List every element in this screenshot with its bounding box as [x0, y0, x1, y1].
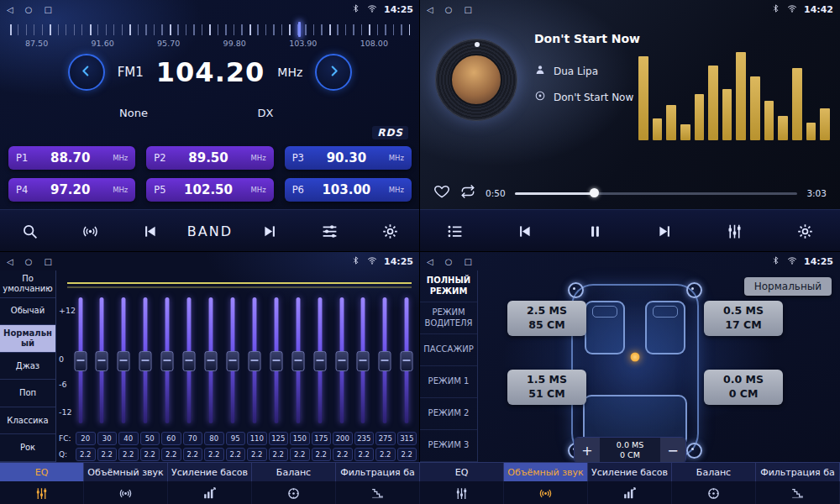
broadcast-scan-button[interactable]	[60, 210, 119, 252]
tab-balance[interactable]: Баланс	[672, 463, 756, 481]
frequency-pointer[interactable]	[298, 22, 301, 37]
previous-station-button[interactable]	[120, 210, 180, 252]
nav-recents-icon[interactable]: □	[464, 257, 471, 266]
eq-band-slider[interactable]	[401, 351, 413, 371]
eq-band-slider[interactable]	[313, 351, 326, 371]
eq-band-slider[interactable]	[291, 351, 304, 371]
dx-mode-label[interactable]: DX	[244, 107, 287, 119]
eq-band-slider[interactable]	[205, 351, 218, 371]
eq-band-slider[interactable]	[248, 351, 260, 371]
nav-back-icon[interactable]: ◁	[7, 5, 13, 14]
eq-preset-item-3[interactable]: Джаз	[0, 353, 55, 381]
nav-back-icon[interactable]: ◁	[427, 257, 433, 266]
filter-icon[interactable]	[336, 481, 420, 504]
surround-mode-3[interactable]: РЕЖИМ 1	[420, 366, 477, 398]
eq-sliders-icon[interactable]	[0, 481, 84, 504]
preset-button-p5[interactable]: P5102.50MHz	[146, 178, 273, 202]
nav-recents-icon[interactable]: □	[44, 5, 51, 14]
eq-band-slider[interactable]	[161, 351, 174, 371]
delay-front-right-button[interactable]: 0.5 MS 17 CM	[704, 301, 783, 336]
playlist-button[interactable]	[420, 210, 490, 252]
tab-surround-sound[interactable]: Объёмный звук	[84, 463, 168, 481]
eq-band-slider[interactable]	[183, 351, 196, 371]
listening-position-dot[interactable]	[631, 353, 640, 362]
tab-filter[interactable]: Фильтрация ба	[756, 463, 840, 481]
surround-mode-0[interactable]: ПОЛНЫЙ РЕЖИМ	[420, 270, 477, 302]
preset-button-p6[interactable]: P6103.00MHz	[285, 178, 412, 202]
eq-band-slider[interactable]	[96, 351, 108, 371]
tab-bass-boost[interactable]: Усиление басов	[588, 463, 672, 481]
balance-icon[interactable]	[672, 481, 756, 504]
progress-slider[interactable]	[515, 192, 798, 195]
nav-home-icon[interactable]: ○	[445, 5, 453, 14]
favorite-heart-icon[interactable]	[433, 183, 450, 203]
nav-recents-icon[interactable]: □	[464, 5, 471, 14]
eq-band-slider[interactable]	[139, 351, 152, 371]
settings-gear-button[interactable]	[770, 210, 840, 252]
tab-filter[interactable]: Фильтрация ба	[336, 463, 420, 481]
tab-eq[interactable]: EQ	[420, 463, 504, 481]
tab-bass-boost[interactable]: Усиление басов	[168, 463, 252, 481]
eq-band-slider[interactable]	[118, 351, 130, 371]
surround-mode-2[interactable]: ПАССАЖИР	[420, 334, 477, 366]
nav-back-icon[interactable]: ◁	[7, 257, 13, 266]
eq-preset-item-2[interactable]: Нормальный	[0, 325, 55, 353]
tab-surround-sound[interactable]: Объёмный звук	[504, 463, 588, 481]
eq-preset-item-5[interactable]: Классика	[0, 407, 55, 435]
preset-button-p4[interactable]: P497.20MHz	[8, 178, 135, 202]
repeat-icon[interactable]	[459, 183, 476, 203]
decrease-delay-button[interactable]: −	[660, 438, 685, 463]
equalizer-button[interactable]	[700, 210, 769, 252]
next-track-button[interactable]	[630, 210, 700, 252]
eq-preset-item-4[interactable]: Поп	[0, 380, 55, 407]
speaker-front-left-icon[interactable]	[568, 282, 584, 298]
progress-knob[interactable]	[590, 188, 599, 197]
balance-icon[interactable]	[252, 481, 336, 504]
frequency-scale[interactable]: 87.50 91.60 95.70 99.80 103.90 108.00	[0, 22, 420, 52]
next-station-button[interactable]	[240, 210, 300, 252]
nav-home-icon[interactable]: ○	[445, 257, 453, 266]
speaker-rear-right-icon[interactable]	[686, 443, 702, 459]
eq-sliders-icon[interactable]	[420, 481, 504, 504]
album-art[interactable]	[435, 39, 517, 121]
delay-rear-right-button[interactable]: 0.0 MS 0 CM	[704, 370, 783, 405]
previous-track-button[interactable]	[490, 210, 559, 252]
tune-up-button[interactable]	[315, 54, 352, 91]
eq-preset-item-6[interactable]: Рок	[0, 434, 55, 462]
eq-band-slider[interactable]	[357, 351, 370, 371]
pause-button[interactable]	[560, 210, 630, 252]
nav-back-icon[interactable]: ◁	[427, 5, 433, 14]
band-button[interactable]: BAND	[180, 210, 239, 252]
delay-front-left-button[interactable]: 2.5 MS 85 CM	[507, 301, 586, 336]
eq-preset-item-0[interactable]: По умолчанию	[0, 270, 55, 298]
preset-button-p1[interactable]: P188.70MHz	[8, 146, 135, 170]
search-button[interactable]	[0, 210, 60, 252]
delay-rear-left-button[interactable]: 1.5 MS 51 CM	[507, 370, 586, 405]
surround-sound-icon[interactable]	[504, 481, 588, 504]
audio-mixer-button[interactable]	[300, 210, 360, 252]
eq-preset-item-1[interactable]: Обычай	[0, 298, 55, 326]
bass-boost-icon[interactable]	[168, 481, 252, 504]
preset-button-p2[interactable]: P289.50MHz	[146, 146, 273, 170]
settings-gear-button[interactable]	[360, 210, 420, 252]
increase-delay-button[interactable]: +	[575, 438, 600, 463]
sound-profile-button[interactable]: Нормальный	[744, 277, 832, 296]
nav-home-icon[interactable]: ○	[25, 257, 33, 266]
nav-recents-icon[interactable]: □	[44, 257, 51, 266]
bass-boost-icon[interactable]	[588, 481, 672, 504]
nav-home-icon[interactable]: ○	[25, 5, 33, 14]
eq-band-slider[interactable]	[226, 351, 239, 371]
preset-button-p3[interactable]: P390.30MHz	[285, 146, 412, 170]
tab-eq[interactable]: EQ	[0, 463, 84, 481]
eq-band-slider[interactable]	[379, 351, 391, 371]
filter-icon[interactable]	[756, 481, 840, 504]
eq-band-slider[interactable]	[74, 351, 87, 371]
speaker-front-right-icon[interactable]	[686, 282, 702, 298]
tune-down-button[interactable]	[68, 54, 105, 91]
eq-band-slider[interactable]	[270, 351, 282, 371]
tab-balance[interactable]: Баланс	[252, 463, 336, 481]
eq-band-slider[interactable]	[335, 351, 348, 371]
surround-sound-icon[interactable]	[84, 481, 168, 504]
surround-mode-1[interactable]: РЕЖИМ ВОДИТЕЛЯ	[420, 302, 477, 334]
surround-mode-5[interactable]: РЕЖИМ 3	[420, 430, 477, 462]
